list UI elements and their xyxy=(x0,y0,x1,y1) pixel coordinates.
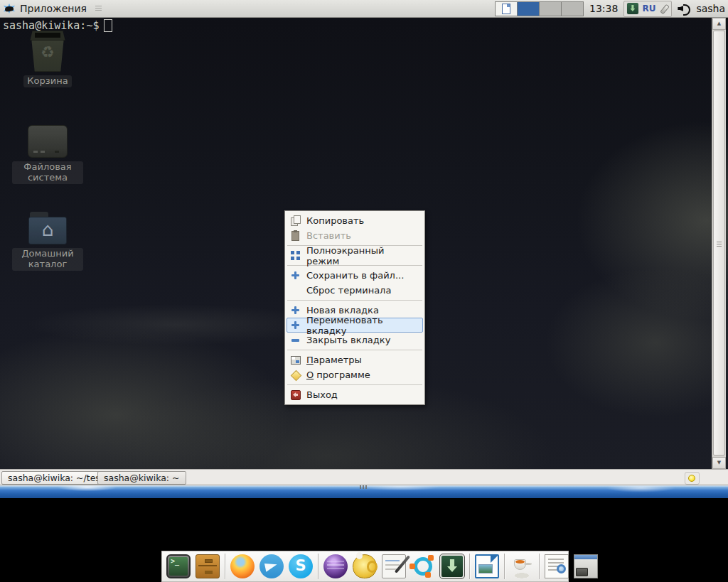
notes-pen-icon[interactable] xyxy=(382,554,406,578)
libreoffice-icon[interactable] xyxy=(475,554,499,578)
genie-lamp-icon[interactable] xyxy=(353,554,377,578)
menu-item-paste[interactable]: Вставить xyxy=(287,228,423,243)
updater-tray-icon[interactable] xyxy=(626,2,639,15)
menu-item-reset-terminal[interactable]: Сброс терминала xyxy=(287,283,423,298)
username-label[interactable]: sasha xyxy=(696,3,725,14)
terminal-tabbar: sasha@kiwika: ~/testsasha@kiwika: ~ xyxy=(0,469,728,485)
tab-close-icon xyxy=(290,335,301,345)
desktop-icon-label: Домашний каталог xyxy=(12,248,83,271)
desktop-icon-filesystem[interactable]: Файловая система xyxy=(12,125,83,184)
applications-menu-label: Приложения xyxy=(20,3,87,14)
menu-item-label: Вставить xyxy=(306,230,351,241)
ring-network-icon[interactable] xyxy=(411,554,435,578)
tab-new-icon xyxy=(290,305,301,316)
workspace-window-icon xyxy=(502,4,510,14)
desktop-screen: Приложения 13:38 RU sasha sasha@kiwika:~… xyxy=(0,0,728,582)
tab-rename-icon xyxy=(290,320,301,330)
folder-front xyxy=(28,217,67,244)
menu-item-label: Сброс терминала xyxy=(306,285,391,296)
desktop-icon-label: Корзина xyxy=(23,75,71,87)
dock-separator xyxy=(504,554,505,579)
scrollbar-down-arrow-icon[interactable]: ▼ xyxy=(712,457,726,469)
menu-item-copy[interactable]: Копировать xyxy=(287,213,423,228)
screenshot-camera-icon[interactable] xyxy=(574,554,598,578)
menu-item-label: Копировать xyxy=(306,215,364,226)
stylus-tray-icon[interactable] xyxy=(658,4,669,14)
menu-item-label: Переименовать вкладку xyxy=(306,315,419,336)
menu-separator xyxy=(287,300,422,301)
dock-separator xyxy=(225,554,225,579)
save-icon xyxy=(290,270,301,281)
menu-item-label: Параметры xyxy=(306,355,362,365)
preferences-icon xyxy=(290,355,301,365)
menu-item-fullscreen-mode[interactable]: Полноэкранный режим xyxy=(287,248,423,263)
dock xyxy=(161,551,569,582)
desktop-icon-label: Файловая система xyxy=(12,161,83,184)
dock-separator xyxy=(318,554,318,579)
firefox-icon[interactable] xyxy=(230,554,255,578)
xfce-logo-icon xyxy=(3,3,16,14)
quit-icon xyxy=(290,389,301,400)
terminal-scrollbar[interactable]: ▲ ▼ xyxy=(712,18,726,469)
menu-separator xyxy=(287,384,422,385)
system-tray: RU xyxy=(623,1,672,17)
home-icon xyxy=(28,212,67,244)
volume-icon[interactable] xyxy=(678,3,690,14)
terminal-icon[interactable] xyxy=(166,554,191,578)
taskbar-tab-home[interactable]: sasha@kiwika: ~ xyxy=(97,471,186,485)
skype-icon[interactable] xyxy=(289,554,313,578)
applications-menu-button[interactable]: Приложения xyxy=(0,0,102,17)
dock-separator xyxy=(539,554,540,579)
paste-icon xyxy=(290,230,301,241)
filesystem-icon xyxy=(28,125,68,158)
menu-item-about[interactable]: О программе xyxy=(287,367,423,382)
about-icon xyxy=(290,370,301,380)
file-cabinet-icon[interactable] xyxy=(196,554,220,578)
dock-separator xyxy=(469,554,470,579)
desktop-icon-trash[interactable]: Корзина xyxy=(12,31,83,87)
menu-item-label: Закрыть вкладку xyxy=(306,335,390,345)
eclipse-icon[interactable] xyxy=(323,554,348,578)
teacup-icon[interactable] xyxy=(510,554,534,578)
terminal-window[interactable]: sasha@kiwika:~$ КорзинаФайловая системаД… xyxy=(0,18,728,469)
terminal-cursor xyxy=(104,19,112,32)
workspace-cell-4[interactable] xyxy=(562,2,583,16)
menu-separator xyxy=(287,350,422,350)
workspace-switcher[interactable] xyxy=(495,1,584,16)
scrollbar-thumb[interactable] xyxy=(713,31,725,456)
installer-icon[interactable] xyxy=(440,554,464,578)
menu-item-save-to-file[interactable]: Сохранить в файл... xyxy=(287,268,423,283)
telegram-icon[interactable] xyxy=(259,554,284,578)
panel-grip-icon xyxy=(95,6,102,12)
keyboard-layout-indicator[interactable]: RU xyxy=(642,4,655,14)
scrollbar-up-arrow-icon[interactable]: ▲ xyxy=(712,18,726,30)
menu-item-preferences[interactable]: Параметры xyxy=(287,352,423,367)
notification-dot-icon[interactable] xyxy=(685,472,700,485)
panel-handle-icon[interactable] xyxy=(360,485,368,489)
terminal-context-menu: КопироватьВставитьПолноэкранный режимСох… xyxy=(284,210,425,405)
host-wallpaper-strip xyxy=(0,485,728,498)
menu-item-label: О программе xyxy=(306,370,370,380)
menu-item-label: Сохранить в файл... xyxy=(306,270,404,281)
workspace-cell-1[interactable] xyxy=(496,2,518,16)
trash-icon xyxy=(28,31,68,72)
desktop-icon-home[interactable]: Домашний каталог xyxy=(12,212,83,271)
workspace-cell-2[interactable] xyxy=(518,2,540,16)
copy-icon xyxy=(290,215,301,226)
fullscreen-icon xyxy=(290,250,301,261)
taskbar-tab-test[interactable]: sasha@kiwika: ~/test xyxy=(1,471,110,485)
menu-item-label: Выход xyxy=(306,389,338,400)
top-panel: Приложения 13:38 RU sasha xyxy=(0,0,728,18)
document-search-icon[interactable] xyxy=(545,554,569,578)
menu-item-rename-tab[interactable]: Переименовать вкладку xyxy=(287,318,423,333)
trash-opening xyxy=(35,33,60,38)
panel-right-group: 13:38 RU sasha xyxy=(495,0,728,17)
menu-item-label: Полноэкранный режим xyxy=(306,245,419,266)
menu-item-quit[interactable]: Выход xyxy=(287,387,423,402)
clock[interactable]: 13:38 xyxy=(589,3,618,14)
workspace-cell-3[interactable] xyxy=(540,2,562,16)
